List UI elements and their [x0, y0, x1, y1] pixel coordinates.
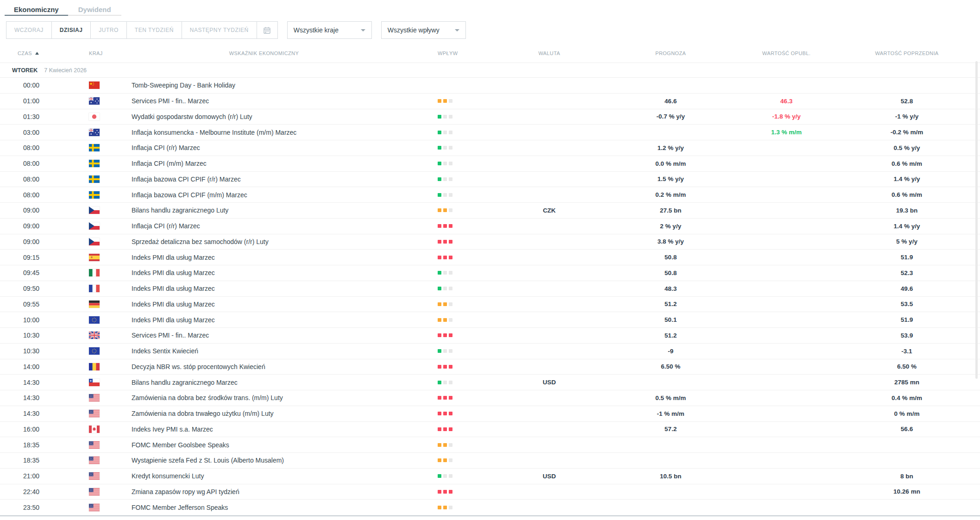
event-indicator-name: Tomb-Sweeping Day - Bank Holiday [132, 81, 435, 89]
previous-value: -3.1 [846, 348, 968, 355]
table-row[interactable]: 08:00Inflacja CPI (m/m) Marzec0.0 % m/m0… [0, 156, 980, 172]
impact-filter-value: Wszystkie wpływy [388, 26, 440, 34]
impact-dot-icon [443, 333, 447, 337]
table-row[interactable]: 16:00Indeks Ivey PMI s.a. Marzec57.256.6 [0, 422, 980, 438]
impact-dot-icon [449, 177, 452, 181]
impact-dot-icon [443, 224, 447, 228]
table-row[interactable]: 23:50FOMC Member Jefferson Speaks [0, 500, 980, 515]
table-row[interactable]: 08:00Inflacja bazowa CPI CPIF (m/m) Marz… [0, 187, 980, 203]
impact-dot-icon [443, 131, 447, 134]
event-time: 18:35 [0, 441, 69, 449]
flag-czech-republic-icon [89, 222, 100, 230]
tab-ekonomiczny[interactable]: Ekonomiczny [5, 3, 68, 16]
table-row[interactable]: 09:00Sprzedaż detaliczna bez samochodów … [0, 234, 980, 250]
range-button-jutro[interactable]: JUTRO [91, 22, 127, 38]
impact-dot-icon [449, 271, 452, 275]
forecast-value: 3.8 % y/y [614, 238, 727, 245]
table-row[interactable]: 09:50Indeks PMI dla usług Marzec48.349.6 [0, 281, 980, 297]
table-row[interactable]: 09:00Inflacja CPI (r/r) Marzec2 % y/y1.4… [0, 219, 980, 234]
country-filter-dropdown[interactable]: Wszystkie kraje [287, 21, 372, 39]
table-row[interactable]: 09:45Indeks PMI dla usług Marzec50.852.3 [0, 265, 980, 281]
table-row[interactable]: 14:00Decyzja NBR ws. stóp procentowych K… [0, 359, 980, 375]
table-row[interactable]: 00:00Tomb-Sweeping Day - Bank Holiday [0, 78, 980, 94]
table-row[interactable]: 18:35Wystąpienie szefa Fed z St. Louis (… [0, 453, 980, 469]
previous-value: 56.6 [846, 426, 968, 432]
range-button-wczoraj[interactable]: WCZORAJ [6, 22, 52, 38]
impact-dot-icon [438, 458, 441, 462]
country-cell [69, 160, 132, 167]
table-row[interactable]: 22:40Zmiana zapasów ropy wg API tydzień1… [0, 484, 980, 500]
calendar-date-picker-button[interactable] [257, 22, 277, 38]
table-row[interactable]: 14:30Bilans handlu zagranicznego MarzecU… [0, 375, 980, 390]
table-row[interactable]: 08:00Inflacja bazowa CPI CPIF (r/r) Marz… [0, 172, 980, 188]
impact-dot-icon [449, 224, 452, 228]
table-row[interactable]: 08:00Inflacja CPI (r/r) Marzec1.2 % y/y0… [0, 140, 980, 156]
table-row[interactable]: 21:00Kredyt konsumencki LutyUSD10.5 bn8 … [0, 469, 980, 484]
event-indicator-name: Bilans handlu zagranicznego Luty [132, 207, 435, 214]
column-header-label: CZAS [18, 50, 32, 56]
event-time: 09:00 [0, 238, 69, 245]
forecast-value: 50.1 [614, 316, 727, 323]
event-time: 14:00 [0, 363, 69, 370]
event-time: 08:00 [0, 175, 69, 183]
table-row[interactable]: 14:30Zamówienia na dobra bez środków tra… [0, 390, 980, 406]
flag-sweden-icon [89, 175, 100, 183]
event-time: 03:00 [0, 129, 69, 136]
flag-united-states-icon [89, 504, 100, 511]
impact-dot-icon [449, 193, 452, 197]
impact-dot-icon [449, 474, 452, 478]
previous-value: 49.6 [846, 285, 968, 292]
impact-dot-icon [449, 490, 452, 494]
event-indicator-name: Zamówienia na dobra bez środków trans. (… [132, 394, 435, 401]
impact-filter-dropdown[interactable]: Wszystkie wpływy [381, 21, 466, 39]
table-row[interactable]: 01:30Wydatki gospodarstw domowych (r/r) … [0, 109, 980, 125]
range-button-nast-pny-tydzie[interactable]: NASTĘPNY TYDZIEŃ [182, 22, 257, 38]
impact-dot-icon [438, 318, 441, 322]
previous-value: 52.3 [846, 269, 968, 276]
column-header-kraj: KRAJ [69, 50, 132, 56]
impact-dot-icon [438, 490, 441, 494]
table-row[interactable]: 10:30Indeks Sentix Kwiecień-9-3.1 [0, 344, 980, 359]
event-time: 00:00 [0, 81, 69, 89]
weekday-label: WTOREK [12, 67, 38, 74]
impact-level-high [435, 224, 484, 228]
column-header-wp-yw: WPŁYW [435, 50, 484, 56]
impact-dot-icon [449, 162, 452, 165]
table-row[interactable]: 03:00Inflacja konsumencka - Melbourne In… [0, 125, 980, 140]
event-indicator-name: Indeks PMI dla usług Marzec [132, 254, 435, 261]
table-row[interactable]: 01:00Services PMI - fin.. Marzec46.646.3… [0, 94, 980, 109]
table-row[interactable]: 09:55Indeks PMI dla usług Marzec51.253.5 [0, 297, 980, 313]
table-row[interactable]: 10:30Services PMI - fin.. Marzec51.253.9 [0, 328, 980, 344]
table-row[interactable]: 10:00Indeks PMI dla usług Marzec50.151.9 [0, 312, 980, 328]
column-header-czas[interactable]: CZAS [0, 50, 69, 56]
previous-value: 1.4 % y/y [846, 175, 968, 182]
table-row[interactable]: 14:30Zamówienia na dobra trwałego użytku… [0, 406, 980, 422]
range-button-dzisiaj[interactable]: DZISIAJ [52, 22, 91, 38]
event-time: 21:00 [0, 472, 69, 480]
table-row[interactable]: 18:35FOMC Member Goolsbee Speaks [0, 437, 980, 453]
impact-dot-icon [443, 99, 447, 103]
impact-level-low [435, 381, 484, 384]
previous-value: 52.8 [846, 98, 968, 105]
impact-dot-icon [449, 302, 452, 306]
table-row[interactable]: 09:00Bilans handlu zagranicznego LutyCZK… [0, 203, 980, 219]
event-time: 10:30 [0, 347, 69, 355]
impact-dot-icon [438, 333, 441, 337]
event-time: 08:00 [0, 160, 69, 167]
impact-dot-icon [449, 365, 452, 369]
impact-dot-icon [438, 193, 441, 197]
event-indicator-name: Indeks PMI dla usług Marzec [132, 316, 435, 324]
vertical-scrollbar[interactable] [975, 61, 978, 379]
event-time: 14:30 [0, 410, 69, 417]
flag-united-states-icon [89, 394, 100, 401]
column-header-warto-poprzednia: WARTOŚĆ POPRZEDNIA [875, 50, 938, 56]
range-button-ten-tydzie[interactable]: TEN TYDZIEŃ [127, 22, 182, 38]
event-indicator-name: Zamówienia na dobra trwałego użytku (m/m… [132, 410, 435, 417]
tab-dywidend[interactable]: Dywidend [68, 3, 121, 16]
impact-level-high [435, 396, 484, 400]
table-row[interactable]: 09:15Indeks PMI dla usług Marzec50.851.9 [0, 250, 980, 265]
impact-level-low [435, 193, 484, 197]
event-indicator-name: FOMC Member Jefferson Speaks [132, 504, 435, 511]
impact-dot-icon [443, 443, 447, 447]
country-cell [69, 285, 132, 292]
